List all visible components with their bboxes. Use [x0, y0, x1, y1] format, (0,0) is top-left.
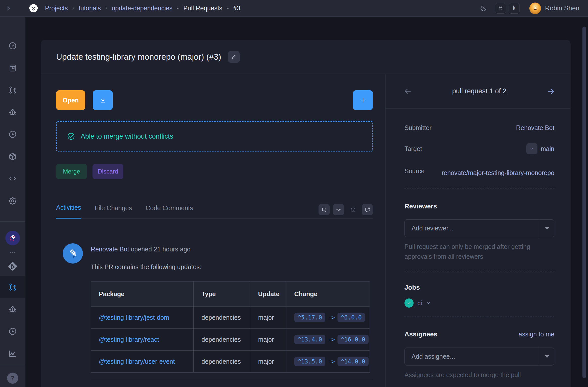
- sidebar-item-project-stats[interactable]: [0, 342, 25, 364]
- tab-file-changes[interactable]: File Changes: [95, 204, 132, 218]
- add-assignee-select[interactable]: Add assignee...: [404, 348, 554, 366]
- sidebar-item-pull-requests[interactable]: [0, 79, 25, 101]
- table-row: @testing-library/react dependencies majo…: [91, 329, 370, 351]
- source-label: Source: [404, 167, 424, 175]
- assign-to-me-link[interactable]: assign to me: [518, 331, 554, 338]
- updates-table: Package Type Update Change @testing-libr…: [91, 281, 370, 373]
- sidebar-item-terminal[interactable]: [0, 168, 25, 190]
- sidebar-project-avatar[interactable]: [0, 229, 25, 247]
- arrow-right-icon: [546, 87, 555, 96]
- chevron-down-icon: [426, 300, 431, 306]
- activity-author-link[interactable]: Renovate Bot: [91, 246, 129, 253]
- target-label: Target: [404, 145, 422, 153]
- activity-timestamp: opened 21 hours ago: [129, 246, 191, 253]
- sidebar-item-settings[interactable]: [0, 190, 25, 212]
- activity-divider: [91, 380, 373, 380]
- pr-state-badge: Open: [56, 90, 85, 110]
- sidebar-item-builds[interactable]: [0, 123, 25, 145]
- column-header-type: Type: [194, 282, 250, 307]
- job-ci-link[interactable]: ci: [417, 299, 422, 307]
- dropdown-arrow-icon: [540, 220, 554, 237]
- breadcrumb-separator-icon: [104, 6, 108, 10]
- sidebar-item-project-issues[interactable]: [0, 298, 25, 320]
- sidebar-item-project-builds[interactable]: [0, 320, 25, 342]
- change-cell: ^13.5.0->^14.0.0: [286, 351, 370, 373]
- source-branch-link[interactable]: renovate/major-testing-library-monorepo: [436, 167, 554, 178]
- version-to-chip: ^14.0.0: [337, 357, 369, 366]
- submitter-link[interactable]: Renovate Bot: [516, 124, 555, 132]
- sidebar-item-code[interactable]: [0, 57, 25, 79]
- prev-pull-request-button[interactable]: [403, 87, 412, 96]
- version-to-chip: ^16.0.0: [337, 335, 369, 344]
- edit-title-button[interactable]: [228, 51, 240, 63]
- type-cell: dependencies: [194, 351, 250, 373]
- add-button[interactable]: [353, 90, 373, 110]
- next-pull-request-button[interactable]: [546, 87, 555, 96]
- breadcrumb-pr-number: #3: [233, 5, 240, 12]
- download-patch-button[interactable]: [93, 90, 113, 110]
- package-link[interactable]: @testing-library/jest-dom: [99, 314, 169, 321]
- play-circle-icon: [8, 327, 17, 336]
- sidebar-item-help[interactable]: ?: [0, 369, 25, 387]
- breadcrumb-project-link[interactable]: tutorials: [79, 5, 101, 12]
- job-expand-button[interactable]: [426, 300, 431, 306]
- merge-status-box: Able to merge without conflicts: [56, 121, 373, 152]
- column-header-update: Update: [250, 282, 286, 307]
- sidebar-item-dashboard[interactable]: [0, 35, 25, 57]
- tab-code-comments[interactable]: Code Comments: [146, 204, 193, 218]
- source-row: Source renovate/major-testing-library-mo…: [404, 167, 554, 178]
- ellipsis-icon: [9, 248, 16, 256]
- column-header-change: Change: [286, 282, 370, 307]
- tab-activities[interactable]: Activities: [56, 204, 81, 219]
- target-branch-dropdown-button[interactable]: [526, 143, 537, 154]
- discard-button[interactable]: Discard: [93, 164, 123, 179]
- arrow-text: ->: [328, 314, 335, 321]
- pr-side-panel: pull request 1 of 2 Submitter Renovate B…: [385, 74, 571, 387]
- sidebar-item-project-pull-requests[interactable]: [0, 276, 25, 298]
- user-name: Robin Shen: [545, 4, 579, 12]
- breadcrumb-repository-link[interactable]: update-dependencies: [112, 5, 172, 12]
- type-cell: dependencies: [194, 329, 250, 351]
- package-link[interactable]: @testing-library/user-event: [99, 358, 175, 365]
- section-divider: [404, 188, 554, 188]
- sidebar-item-issues[interactable]: [0, 101, 25, 123]
- dark-mode-toggle-button[interactable]: [480, 5, 487, 12]
- book-bookmark-icon: [8, 63, 17, 73]
- breadcrumb-projects-link[interactable]: Projects: [45, 5, 68, 12]
- section-divider: [404, 271, 554, 271]
- merge-button[interactable]: Merge: [56, 164, 87, 179]
- change-cell: ^5.17.0->^6.0.0: [286, 307, 370, 329]
- target-row: Target main: [404, 143, 554, 154]
- collapse-sidebar-button[interactable]: [0, 0, 17, 17]
- arrow-left-icon: [403, 87, 412, 96]
- jobs-heading: Jobs: [404, 284, 554, 291]
- gauge-icon: [8, 41, 17, 50]
- command-key-icon: [498, 6, 503, 11]
- gear-icon: [8, 196, 17, 205]
- moon-icon: [480, 5, 487, 12]
- show-commits-button[interactable]: [333, 204, 344, 215]
- user-menu[interactable]: Robin Shen: [529, 3, 579, 14]
- breadcrumb: Projects tutorials update-dependencies P…: [45, 5, 240, 12]
- table-row: @testing-library/user-event dependencies…: [91, 351, 370, 373]
- reviewers-heading: Reviewers: [404, 202, 554, 210]
- package-link[interactable]: @testing-library/react: [99, 336, 159, 343]
- pr-title: Update testing-library monorepo (major) …: [56, 52, 221, 62]
- app-logo[interactable]: [26, 2, 41, 14]
- change-cell: ^13.4.0->^16.0.0: [286, 329, 370, 351]
- show-history-button[interactable]: [347, 204, 358, 215]
- add-reviewer-select[interactable]: Add reviewer...: [404, 219, 554, 237]
- show-comments-button[interactable]: [319, 204, 330, 215]
- scrollbar[interactable]: [582, 27, 586, 378]
- sidebar: ?: [0, 17, 26, 387]
- sidebar-item-git[interactable]: [0, 257, 25, 275]
- open-comment-externally-button[interactable]: [362, 204, 373, 215]
- reviewers-help-text: Pull request can only be merged after ge…: [404, 242, 554, 262]
- bug-icon: [8, 305, 17, 314]
- sidebar-item-more[interactable]: [0, 247, 25, 257]
- target-branch-link[interactable]: main: [541, 145, 554, 153]
- user-avatar: [529, 3, 541, 14]
- commit-icon: [335, 207, 342, 213]
- sidebar-item-packages[interactable]: [0, 145, 25, 167]
- breadcrumb-section-pull-requests[interactable]: Pull Requests: [183, 5, 222, 12]
